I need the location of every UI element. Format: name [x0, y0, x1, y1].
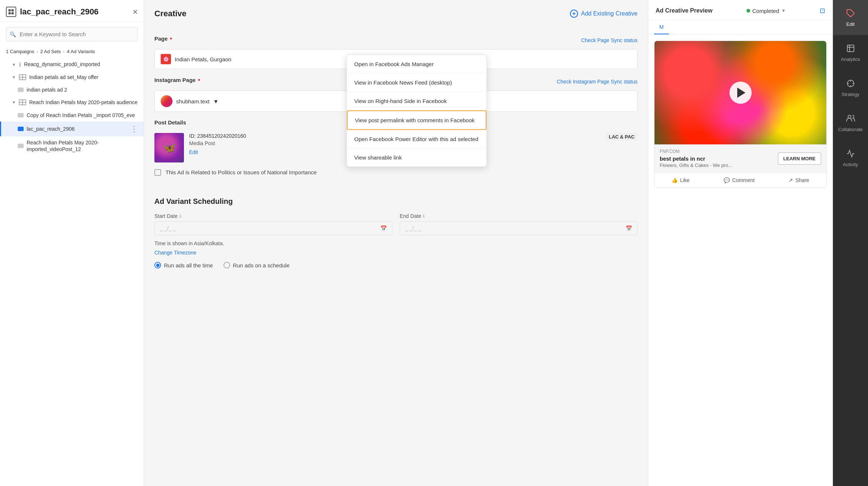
share-action[interactable]: ↗ Share	[789, 177, 809, 183]
ad-icon	[18, 113, 24, 117]
post-details-label: Post Details	[154, 119, 186, 126]
start-date-input[interactable]: _ _/_ _ 📅	[154, 221, 392, 235]
breadcrumb-campaigns[interactable]: 1 Campaigns	[6, 49, 34, 54]
preview-tabs: M	[648, 20, 833, 35]
required-indicator: •	[170, 35, 172, 42]
share-icon: ↗	[789, 177, 793, 183]
comment-action[interactable]: 💬 Comment	[724, 177, 755, 183]
like-icon: 👍	[671, 177, 678, 183]
status-chevron-icon: ▼	[781, 8, 786, 13]
expand-icon[interactable]: ⊡	[820, 7, 825, 15]
check-page-sync-link[interactable]: Check Page Sync status	[581, 37, 638, 43]
preview-title: Ad Creative Preview	[656, 7, 712, 14]
tree-item-reacg[interactable]: ▼ ℹ Reacg_dynamic_prod0_imported	[0, 58, 144, 71]
activity-icon	[845, 148, 856, 159]
chevron-down-icon: ▼	[213, 98, 219, 105]
page-field-label-row: Page • Check Page Sync status	[154, 35, 638, 45]
svg-rect-5	[847, 45, 854, 52]
end-date-input[interactable]: _ _/_ _ 📅	[400, 221, 638, 235]
tree-item-ad2[interactable]: indian petals ad 2	[0, 83, 144, 96]
search-icon: 🔍	[10, 31, 16, 37]
info-icon: ℹ	[423, 213, 425, 219]
instagram-label: Instagram Page •	[154, 76, 200, 83]
radio-schedule-label: Run ads on a schedule	[233, 262, 290, 268]
end-date-placeholder: _ _/_ _	[405, 225, 421, 231]
tree-item-indian-adset[interactable]: ▼ Indian petals ad set_May offer	[0, 71, 144, 83]
schedule-radio-group: Run ads all the time Run ads on a schedu…	[154, 262, 638, 268]
comment-label: Comment	[732, 177, 755, 183]
dropdown-item-right-side[interactable]: View on Right-hand Side in Facebook	[347, 92, 486, 110]
ad-icon	[18, 88, 24, 92]
ad-text-block: FNP.COM best petals in ncr Flowers, Gift…	[660, 149, 732, 168]
sidebar-item-edit[interactable]: Edit	[833, 0, 868, 35]
analytics-label: Analytics	[841, 57, 860, 62]
tree-label: lac_pac_reach_2906	[27, 126, 127, 132]
content-area: Creative + Add Existing Creative Page • …	[144, 0, 833, 486]
dropdown-item-shareable[interactable]: View shareable link	[347, 148, 486, 167]
dropdown-menu: Open in Facebook Ads Manager View in Fac…	[346, 55, 487, 167]
sidebar-item-strategy[interactable]: Strategy	[833, 70, 868, 105]
sidebar-item-activity[interactable]: Activity	[833, 140, 868, 175]
tree-item-copy-reach[interactable]: Copy of Reach Indian Petals _import 0705…	[0, 109, 144, 122]
sidebar-header: lac_pac_reach_2906 ×	[0, 0, 144, 22]
dropdown-item-power-editor[interactable]: Open Facebook Power Editor with this ad …	[347, 130, 486, 148]
politics-checkbox[interactable]	[154, 169, 161, 176]
sidebar-item-collaborate[interactable]: Collaborate	[833, 105, 868, 140]
svg-rect-3	[11, 12, 14, 14]
change-timezone-link[interactable]: Change Timezone	[154, 250, 197, 256]
page-value: Indian Petals, Gurgaon	[175, 56, 231, 62]
sidebar-header-icon	[6, 7, 16, 17]
breadcrumb-adsets[interactable]: 2 Ad Sets	[40, 49, 61, 54]
date-row: Start Date ℹ _ _/_ _ 📅 End Date ℹ _ _/_ …	[154, 213, 638, 235]
check-instagram-sync-link[interactable]: Check Instagram Page Sync status	[557, 79, 638, 85]
instagram-value: shubham.text	[176, 98, 209, 105]
ad-preview-card: FNP.COM best petals in ncr Flowers, Gift…	[654, 41, 827, 188]
adset-icon	[19, 74, 26, 80]
share-label: Share	[795, 177, 809, 183]
preview-tab-mobile[interactable]: M	[654, 20, 669, 34]
radio-schedule[interactable]: Run ads on a schedule	[223, 262, 290, 268]
radio-all-time-button[interactable]	[154, 262, 161, 268]
politics-label: This Ad is Related to Politics or Issues…	[165, 168, 317, 176]
add-creative-label: Add Existing Creative	[581, 10, 638, 17]
radio-schedule-button[interactable]	[223, 262, 230, 268]
campaign-tree: ▼ ℹ Reacg_dynamic_prod0_imported ▼ India…	[0, 58, 144, 486]
edit-label: Edit	[846, 21, 854, 27]
ad-preview-panel: Ad Creative Preview Completed ▼ ⊡ M	[648, 0, 833, 486]
like-action[interactable]: 👍 Like	[671, 177, 690, 183]
close-icon[interactable]: ×	[133, 7, 138, 17]
breadcrumb: 1 Campaigns › 2 Ad Sets › 4 Ad Variants	[0, 47, 144, 58]
learn-more-button[interactable]: LEARN MORE	[778, 153, 821, 165]
add-existing-creative-button[interactable]: + Add Existing Creative	[570, 10, 638, 18]
dropdown-item-facebook-ads[interactable]: Open in Facebook Ads Manager	[347, 55, 486, 73]
dropdown-item-permalink[interactable]: View post permalink with comments in Fac…	[347, 110, 486, 130]
sidebar-item-analytics[interactable]: Analytics	[833, 35, 868, 70]
play-button[interactable]	[729, 82, 752, 104]
section-divider	[154, 189, 638, 190]
info-icon: ℹ	[180, 213, 181, 219]
scheduling-title: Ad Variant Scheduling	[154, 197, 638, 206]
tag-icon	[845, 8, 856, 18]
tree-item-reach-video[interactable]: Reach Indian Petals May 2020-imported_vi…	[0, 136, 144, 155]
tree-label: indian petals ad 2	[27, 86, 138, 93]
search-input[interactable]	[6, 27, 138, 41]
status-badge: Completed ▼	[746, 8, 786, 14]
folder-grid-icon	[19, 99, 26, 105]
svg-rect-1	[11, 9, 14, 11]
end-date-field: End Date ℹ _ _/_ _ 📅	[400, 213, 638, 235]
search-bar: 🔍	[6, 27, 138, 41]
tree-item-lac-pac[interactable]: lac_pac_reach_2906 ⋮	[0, 122, 144, 136]
post-thumbnail: 🦋	[154, 133, 184, 162]
end-date-label: End Date ℹ	[400, 213, 638, 219]
ad-description: Flowers, Gifts & Cakes - We pro...	[660, 162, 732, 168]
more-options-icon[interactable]: ⋮	[130, 124, 138, 133]
tree-item-reach-petals[interactable]: ▼ Reach Indian Petals May 2020-petals au…	[0, 96, 144, 109]
dropdown-item-news-feed[interactable]: View in Facebook News Feed (desktop)	[347, 73, 486, 92]
radio-all-time[interactable]: Run ads all the time	[154, 262, 213, 268]
strategy-label: Strategy	[841, 92, 859, 97]
timezone-text: Time is shown in Asia/Kolkata.	[154, 240, 638, 246]
panel-header: Creative + Add Existing Creative	[144, 0, 648, 26]
analytics-icon	[845, 43, 856, 54]
activity-label: Activity	[843, 162, 858, 167]
breadcrumb-variants[interactable]: 4 Ad Variants	[67, 49, 95, 54]
